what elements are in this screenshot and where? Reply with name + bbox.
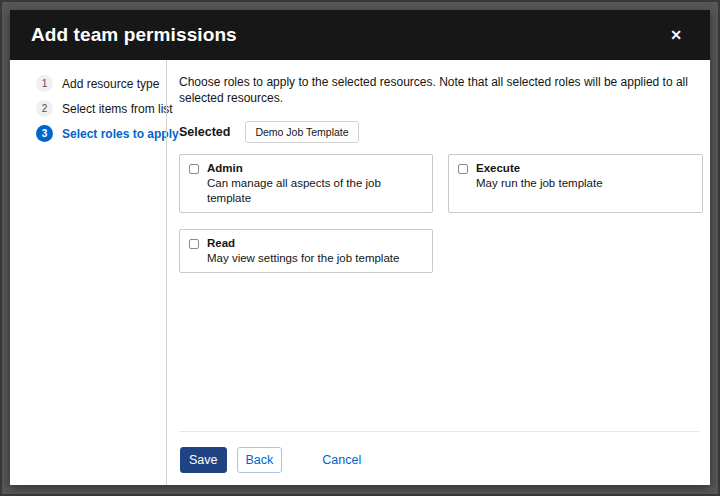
content-spacer — [179, 273, 699, 431]
role-name: Read — [207, 236, 399, 251]
modal-body: 1 Add resource type 2 Select items from … — [10, 60, 710, 485]
role-description: Can manage all aspects of the job templa… — [207, 176, 423, 206]
step-description: Choose roles to apply to the selected re… — [179, 75, 699, 106]
step-label: Select roles to apply — [62, 127, 179, 141]
role-description: May run the job template — [476, 176, 603, 191]
wizard-step-select-roles[interactable]: 3 Select roles to apply — [36, 125, 166, 142]
back-button[interactable]: Back — [237, 447, 283, 474]
step-number-badge: 2 — [36, 100, 53, 117]
role-description: May view settings for the job template — [207, 251, 399, 266]
wizard-steps-nav: 1 Add resource type 2 Select items from … — [10, 60, 166, 485]
modal-footer: Save Back Cancel — [179, 431, 699, 486]
role-card-admin[interactable]: Admin Can manage all aspects of the job … — [179, 154, 433, 213]
cancel-button[interactable]: Cancel — [322, 448, 361, 473]
modal-title: Add team permissions — [31, 24, 237, 46]
admin-role-checkbox[interactable] — [189, 164, 199, 174]
selected-resources-row: Selected Demo Job Template — [179, 121, 699, 143]
modal-header: Add team permissions ✕ — [10, 10, 710, 60]
selected-label: Selected — [179, 125, 230, 139]
selected-resource-chip: Demo Job Template — [245, 121, 358, 143]
step-label: Select items from list — [62, 102, 173, 116]
add-team-permissions-modal: Add team permissions ✕ 1 Add resource ty… — [10, 10, 710, 485]
wizard-step-content: Choose roles to apply to the selected re… — [166, 60, 710, 485]
role-name: Admin — [207, 161, 423, 176]
roles-grid: Admin Can manage all aspects of the job … — [179, 154, 699, 273]
execute-role-checkbox[interactable] — [458, 164, 468, 174]
role-card-read[interactable]: Read May view settings for the job templ… — [179, 229, 433, 273]
role-card-execute[interactable]: Execute May run the job template — [448, 154, 703, 213]
wizard-step-add-resource-type[interactable]: 1 Add resource type — [36, 75, 166, 92]
role-name: Execute — [476, 161, 603, 176]
wizard-step-select-items[interactable]: 2 Select items from list — [36, 100, 166, 117]
read-role-checkbox[interactable] — [189, 239, 199, 249]
step-number-badge: 1 — [36, 75, 53, 92]
save-button[interactable]: Save — [180, 447, 227, 474]
step-label: Add resource type — [62, 77, 159, 91]
close-icon[interactable]: ✕ — [666, 26, 686, 44]
step-number-badge: 3 — [36, 125, 53, 142]
